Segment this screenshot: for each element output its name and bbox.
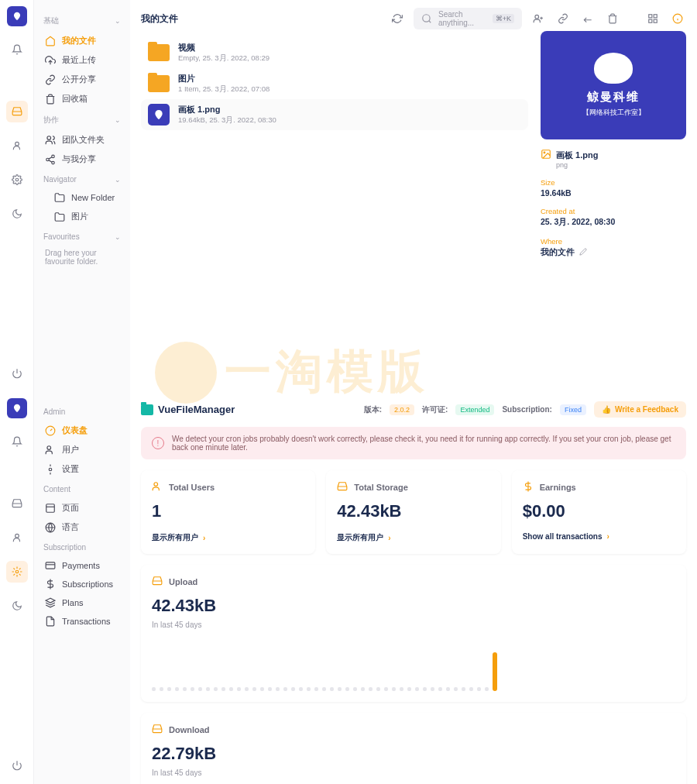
fav-hint: Drag here your favourite folder. xyxy=(40,246,124,269)
moon-icon[interactable] xyxy=(6,595,28,617)
file-row-folder[interactable]: 图片1 Item, 25. 3月. 2022, 07:08 xyxy=(141,68,528,99)
sidebar-item-pages[interactable]: 页面 xyxy=(40,498,124,518)
sidebar-item-transactions[interactable]: Transactions xyxy=(40,612,124,631)
show-transactions-link[interactable]: Show all transactions› xyxy=(523,532,675,541)
settings-icon[interactable] xyxy=(6,561,28,583)
download-chart: Download 22.79kB In last 45 days xyxy=(141,713,686,784)
brand: VueFileManager xyxy=(141,404,356,415)
upload-chart: Upload 42.43kB In last 45 days xyxy=(141,565,686,702)
sidebar-item-plans[interactable]: Plans xyxy=(40,593,124,612)
show-users-link[interactable]: 显示所有用户› xyxy=(152,532,304,543)
app-logo[interactable] xyxy=(7,398,27,418)
sidebar-item-language[interactable]: 语言 xyxy=(40,518,124,537)
file-sidebar: 基础⌄ 我的文件 最近上传 公开分享 回收箱 协作⌄ 团队文件夹 与我分享 Na… xyxy=(34,0,130,392)
download-value: 22.79kB xyxy=(152,744,675,764)
nav-folder-images[interactable]: 图片 xyxy=(40,207,124,226)
brand-logo xyxy=(594,53,633,84)
file-manager-screen: 基础⌄ 我的文件 最近上传 公开分享 回收箱 协作⌄ 团队文件夹 与我分享 Na… xyxy=(0,0,697,392)
admin-sidebar: Admin 仪表盘 用户 设置 Content 页面 语言 Subscripti… xyxy=(34,392,130,784)
preview-image: 鲸曼科维 【网络科技工作室】 xyxy=(541,31,686,139)
svg-point-23 xyxy=(154,483,158,487)
drive-icon[interactable] xyxy=(6,101,28,122)
chevron-down-icon[interactable]: ⌄ xyxy=(115,116,121,124)
view-toggle-icon[interactable] xyxy=(644,10,661,27)
cron-alert: ! We detect your cron jobs probably does… xyxy=(141,427,686,459)
delete-icon[interactable] xyxy=(604,10,621,27)
sidebar-item-payments[interactable]: Payments xyxy=(40,556,124,575)
bell-icon[interactable] xyxy=(6,39,28,60)
sidebar-item-subscriptions[interactable]: Subscriptions xyxy=(40,575,124,593)
storage-value: 42.43kB xyxy=(337,501,489,521)
layers-icon xyxy=(45,597,56,608)
link-icon[interactable] xyxy=(555,10,572,27)
power-icon[interactable] xyxy=(6,755,28,776)
trash-icon xyxy=(45,94,56,105)
section-subscription: Subscription xyxy=(43,543,86,552)
chevron-down-icon[interactable]: ⌄ xyxy=(115,233,121,241)
svg-point-1 xyxy=(15,178,19,181)
license-label: 许可证: xyxy=(422,404,448,415)
chevron-down-icon[interactable]: ⌄ xyxy=(115,17,121,25)
svg-rect-9 xyxy=(654,15,657,18)
svg-point-7 xyxy=(535,15,539,19)
user-icon[interactable] xyxy=(6,527,28,548)
chevron-down-icon[interactable]: ⌄ xyxy=(115,176,121,184)
card-users: Total Users 1 显示所有用户› xyxy=(141,470,315,554)
gear-icon xyxy=(45,464,56,475)
power-icon[interactable] xyxy=(6,363,28,384)
folder-icon xyxy=(147,73,170,95)
section-basic: 基础 xyxy=(43,15,59,26)
preview-panel: 鲸曼科维 【网络科技工作室】 画板 1.png png Size 19.64kB… xyxy=(541,31,686,258)
sidebar-item-recent[interactable]: 最近上传 xyxy=(40,50,124,70)
settings-icon[interactable] xyxy=(6,169,28,191)
earnings-value: $0.00 xyxy=(523,501,675,521)
file-list: 视频Empty, 25. 3月. 2022, 08:29 图片1 Item, 2… xyxy=(141,37,528,130)
sidebar-item-dashboard[interactable]: 仪表盘 xyxy=(40,421,124,440)
user-icon[interactable] xyxy=(6,135,28,156)
app-logo[interactable] xyxy=(7,6,27,26)
section-admin: Admin xyxy=(43,407,65,416)
sidebar-item-myfiles[interactable]: 我的文件 xyxy=(40,31,124,50)
dollar-icon xyxy=(45,579,56,590)
bell-icon[interactable] xyxy=(6,431,28,452)
nav-folder-new[interactable]: New Folder xyxy=(40,188,124,207)
thumbs-up-icon: 👍 xyxy=(602,405,611,414)
svg-rect-22 xyxy=(46,562,55,569)
gauge-icon xyxy=(45,425,56,436)
drive-icon[interactable] xyxy=(6,493,28,514)
created-label: Created at xyxy=(541,207,686,215)
upload-bars xyxy=(152,645,675,691)
svg-rect-8 xyxy=(649,15,652,18)
file-row-folder[interactable]: 视频Empty, 25. 3月. 2022, 08:29 xyxy=(141,37,528,68)
feedback-button[interactable]: 👍Write a Feedback xyxy=(594,401,686,418)
sidebar-item-shared[interactable]: 与我分享 xyxy=(40,150,124,169)
svg-point-0 xyxy=(15,142,19,146)
info-icon[interactable] xyxy=(669,10,686,27)
kbd-shortcut: ⌘+K xyxy=(493,14,514,23)
edit-icon[interactable] xyxy=(579,248,587,257)
drive-icon xyxy=(337,481,348,493)
subscription-badge: Fixed xyxy=(560,404,586,415)
upload-sub: In last 45 days xyxy=(152,621,675,629)
subscription-label: Subscription: xyxy=(502,405,551,414)
sidebar-item-settings[interactable]: 设置 xyxy=(40,459,124,479)
moon-icon[interactable] xyxy=(6,203,28,225)
sync-icon[interactable] xyxy=(389,10,406,27)
show-storage-link[interactable]: 显示所有用户› xyxy=(337,532,489,543)
download-icon xyxy=(152,724,163,736)
file-icon xyxy=(45,616,56,627)
sidebar-item-team[interactable]: 团队文件夹 xyxy=(40,130,124,150)
add-user-icon[interactable] xyxy=(530,10,547,27)
sidebar-item-users[interactable]: 用户 xyxy=(40,440,124,459)
sidebar-item-public[interactable]: 公开分享 xyxy=(40,70,124,89)
svg-point-3 xyxy=(52,155,55,158)
file-row-image[interactable]: 画板 1.png19.64kB, 25. 3月. 2022, 08:30 xyxy=(141,99,528,130)
sidebar-item-trash[interactable]: 回收箱 xyxy=(40,89,124,108)
folder-icon xyxy=(54,192,65,203)
image-thumb xyxy=(147,104,170,126)
svg-point-19 xyxy=(49,468,52,471)
search-input[interactable]: Search anything... ⌘+K xyxy=(414,8,522,29)
download-sub: In last 45 days xyxy=(152,769,675,777)
move-icon[interactable] xyxy=(579,10,596,27)
alert-text: We detect your cron jobs probably doesn'… xyxy=(172,435,675,452)
